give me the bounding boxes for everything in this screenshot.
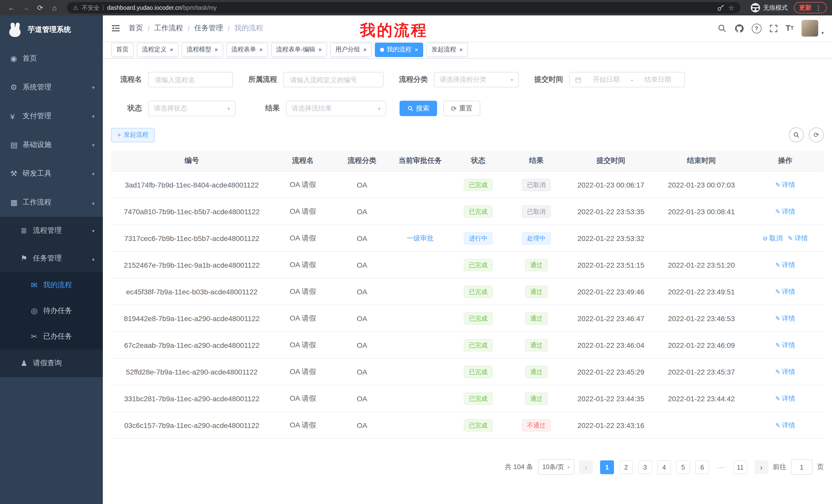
close-icon[interactable]: × — [318, 46, 322, 53]
tab-process-form-edit[interactable]: 流程表单-编辑× — [271, 43, 327, 57]
tab-my-process[interactable]: 我的流程× — [375, 43, 423, 57]
status-select[interactable]: 请选择状态▾ — [148, 101, 235, 116]
home-button[interactable]: ⌂ — [48, 2, 61, 14]
cell-id: 52ffd28e-7b9a-11ec-a290-acde48001122 — [111, 358, 272, 385]
breadcrumb-item[interactable]: 工作流程 — [154, 24, 183, 33]
breadcrumb-item[interactable]: 任务管理 — [194, 24, 223, 33]
sidebar-item-process-manage[interactable]: ≣流程管理▾ — [0, 217, 103, 245]
close-icon[interactable]: × — [170, 46, 173, 53]
detail-link[interactable]: ✎详情 — [775, 421, 795, 429]
end-date-placeholder[interactable]: 结束日期 — [636, 75, 679, 84]
sidebar-item-infrastructure[interactable]: ▤基础设施▾ — [0, 131, 103, 159]
tab-user-group[interactable]: 用户分组× — [330, 43, 372, 57]
detail-link[interactable]: ✎详情 — [775, 394, 795, 402]
tab-process-form[interactable]: 流程表单× — [226, 43, 268, 57]
detail-link[interactable]: ✎详情 — [775, 341, 795, 348]
reload-button[interactable]: ⟳ — [34, 2, 46, 14]
close-icon[interactable]: × — [214, 46, 218, 53]
close-icon[interactable]: × — [363, 46, 367, 53]
page-button-3[interactable]: 3 — [638, 460, 652, 474]
reset-button[interactable]: ⟳ 重置 — [443, 101, 480, 116]
close-icon[interactable]: × — [259, 46, 263, 53]
tab-label: 用户分组 — [335, 45, 360, 54]
category-select[interactable]: 请选择流程分类▾ — [434, 72, 519, 87]
forward-button[interactable]: → — [20, 2, 32, 14]
detail-link[interactable]: ✎详情 — [775, 180, 795, 188]
user-menu[interactable]: ▾ — [801, 20, 824, 37]
detail-link[interactable]: ✎详情 — [775, 207, 795, 215]
sidebar-item-done-task[interactable]: ✂已办任务 — [0, 324, 103, 349]
tags-view: 首页流程定义×流程模型×流程表单×流程表单-编辑×用户分组×我的流程×发起流程× — [103, 41, 832, 59]
breadcrumb-item[interactable]: 首页 — [129, 24, 143, 33]
eye-icon: ◎ — [31, 306, 43, 315]
sidebar-item-my-process[interactable]: ✉我的流程 — [0, 272, 103, 298]
font-size-icon[interactable]: TT — [785, 24, 794, 32]
avatar[interactable] — [801, 20, 819, 37]
cell-submit-time: 2022-01-22 23:49:46 — [566, 278, 656, 305]
detail-link[interactable]: ✎详情 — [775, 287, 795, 295]
address-bar[interactable]: ⚠ 不安全 dashboard.yudao.iocoder.cn/bpm/tas… — [67, 2, 740, 13]
tab-process-definition[interactable]: 流程定义× — [137, 43, 178, 57]
page-button-4[interactable]: 4 — [657, 460, 671, 474]
process-def-input-field[interactable] — [289, 75, 378, 84]
process-table: 编号流程名流程分类当前审批任务状态结果提交时间结束时间操作 3ad174fb-7… — [111, 150, 824, 439]
sidebar-item-leave-query[interactable]: ♟请假查询 — [0, 349, 103, 377]
sidebar-toggle-icon[interactable] — [111, 24, 120, 33]
goto-suffix: 页 — [817, 463, 824, 472]
page-button-1[interactable]: 1 — [600, 460, 614, 474]
process-name-input[interactable] — [148, 72, 233, 87]
result-select[interactable]: 请选择流结果▾ — [286, 101, 386, 116]
page-button-5[interactable]: 5 — [676, 460, 690, 474]
submit-time-range[interactable]: 开始日期 - 结束日期 — [569, 72, 685, 87]
back-button[interactable]: ← — [5, 2, 18, 14]
close-icon[interactable]: × — [414, 46, 418, 53]
next-page-button[interactable]: › — [754, 460, 768, 474]
scissors-icon: ✂ — [31, 332, 43, 341]
cell-id: 7470a810-7b9b-11ec-b5b7-acde48001122 — [111, 198, 272, 225]
tab-process-model[interactable]: 流程模型× — [182, 43, 223, 57]
sidebar-item-workflow[interactable]: ▦工作流程▴ — [0, 188, 103, 217]
process-def-input[interactable] — [283, 72, 384, 87]
fullscreen-icon[interactable] — [769, 24, 778, 33]
sidebar-item-home[interactable]: ◉首页 — [0, 44, 103, 73]
cell-process-name: OA 请假 — [272, 278, 333, 305]
process-name-input-field[interactable] — [154, 75, 227, 84]
sidebar-item-todo-task[interactable]: ◎待办任务 — [0, 298, 103, 324]
star-icon[interactable]: ☆ — [728, 4, 734, 11]
pager-ellipsis[interactable]: ··· — [714, 460, 728, 474]
cell-submit-time: 2022-01-22 23:45:29 — [566, 358, 656, 385]
detail-link[interactable]: ✎详情 — [788, 234, 808, 242]
refresh-table-button[interactable]: ⟳ — [809, 128, 824, 142]
detail-link[interactable]: ✎详情 — [775, 261, 795, 269]
goto-page-input[interactable] — [791, 459, 812, 475]
cancel-link[interactable]: ⊘取消 — [762, 234, 783, 242]
tab-home[interactable]: 首页 — [111, 43, 134, 57]
detail-link[interactable]: ✎详情 — [775, 314, 795, 322]
start-process-button[interactable]: + 发起流程 — [111, 128, 155, 142]
task-link[interactable]: 一级审批 — [407, 234, 434, 242]
github-icon[interactable] — [734, 23, 744, 33]
sidebar-item-devtools[interactable]: ⚒研发工具▾ — [0, 159, 103, 188]
tab-start-process[interactable]: 发起流程× — [426, 43, 468, 57]
kebab-menu-icon[interactable]: ⋮ — [815, 4, 822, 11]
cell-result: 已取消 — [507, 171, 566, 198]
page-size-select[interactable]: 10条/页▾ — [538, 459, 574, 475]
page-button-6[interactable]: 6 — [695, 460, 709, 474]
page-button-11[interactable]: 11 — [733, 460, 747, 474]
detail-link[interactable]: ✎详情 — [775, 368, 795, 375]
close-icon[interactable]: × — [459, 46, 463, 53]
sidebar-item-task-manage[interactable]: ⚑任务管理▴ — [0, 245, 103, 272]
search-icon[interactable] — [717, 24, 726, 33]
prev-page-button[interactable]: ‹ — [579, 460, 593, 474]
sidebar-item-system[interactable]: ⚙系统管理▾ — [0, 73, 103, 102]
help-icon[interactable]: ? — [752, 23, 761, 33]
update-button[interactable]: 更新 ⋮ — [794, 2, 827, 13]
page-button-2[interactable]: 2 — [619, 460, 633, 474]
sidebar-item-payment[interactable]: ¥支付管理▾ — [0, 102, 103, 131]
start-date-placeholder[interactable]: 开始日期 — [585, 75, 628, 84]
key-icon[interactable] — [717, 4, 725, 11]
sidebar-menu: ◉首页⚙系统管理▾¥支付管理▾▤基础设施▾⚒研发工具▾▦工作流程▴≣流程管理▾⚑… — [0, 44, 103, 377]
show-search-button[interactable] — [789, 128, 804, 142]
search-button[interactable]: 搜索 — [399, 101, 437, 116]
status-tag: 通过 — [525, 366, 548, 378]
